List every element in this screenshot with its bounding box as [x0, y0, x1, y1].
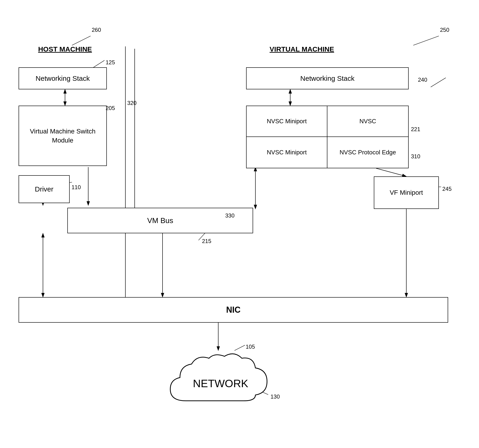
nvsc-top: NVSC: [327, 106, 408, 137]
virtual-machine-label: VIRTUAL MACHINE: [244, 45, 360, 53]
ref-215: 215: [202, 238, 211, 244]
ref-125: 125: [106, 59, 115, 66]
ref-205: 205: [106, 105, 115, 112]
nvsc-miniport-top: NVSC Miniport: [246, 106, 327, 137]
network-cloud: NETWORK: [151, 350, 290, 420]
nvsc-protocol-edge: NVSC Protocol Edge: [327, 137, 408, 168]
svg-text:NETWORK: NETWORK: [193, 377, 248, 389]
nic: NIC: [19, 297, 448, 323]
ref-245: 245: [442, 186, 452, 192]
driver: Driver: [19, 175, 70, 203]
svg-line-8: [431, 78, 446, 87]
networking-stack-host: Networking Stack: [19, 67, 107, 89]
nvsc-container: NVSC Miniport NVSC NVSC Miniport NVSC Pr…: [246, 105, 409, 168]
svg-line-21: [376, 168, 406, 176]
ref-105: 105: [246, 343, 255, 350]
nvsc-miniport-bottom: NVSC Miniport: [246, 137, 327, 168]
vm-switch-module: Virtual Machine Switch Module: [19, 105, 107, 166]
ref-240: 240: [418, 77, 427, 83]
ref-260: 260: [92, 27, 101, 33]
svg-line-6: [413, 36, 439, 45]
ref-330: 330: [225, 212, 234, 219]
ref-310: 310: [411, 153, 420, 160]
ref-250: 250: [440, 27, 449, 33]
svg-line-5: [72, 36, 91, 45]
svg-line-25: [234, 345, 245, 350]
networking-stack-vm: Networking Stack: [246, 67, 409, 89]
ref-130: 130: [271, 394, 280, 400]
vf-miniport: VF Miniport: [374, 176, 439, 209]
vm-bus: VM Bus: [67, 208, 253, 233]
host-machine-label: HOST MACHINE: [21, 45, 109, 53]
ref-110: 110: [72, 184, 81, 191]
ref-221: 221: [411, 126, 420, 132]
ref-320: 320: [127, 100, 137, 106]
